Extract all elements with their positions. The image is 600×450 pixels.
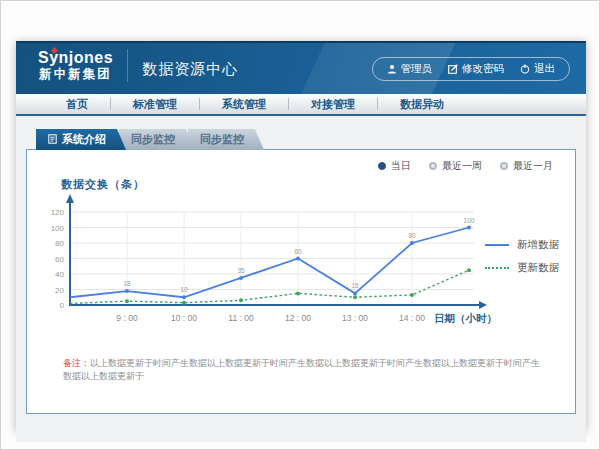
tab-bar: 系统介绍 同步监控 同步监控 xyxy=(36,129,586,150)
footnote: 备注：以上数据更新于时间产生数据以上数据更新于时间产生数据以上数据更新于时间产生… xyxy=(63,357,543,383)
page-title: 数据资源中心 xyxy=(142,60,238,79)
svg-text:11 : 00: 11 : 00 xyxy=(228,313,254,323)
radio-unselected-icon xyxy=(500,162,508,170)
change-password-button[interactable]: 修改密码 xyxy=(448,62,504,76)
content-area: 系统介绍 同步监控 同步监控 当日 最近一周 xyxy=(16,129,586,442)
svg-text:15: 15 xyxy=(351,282,359,289)
legend-item-new-data: 新增数据 xyxy=(485,238,559,252)
main-nav: 首页 标准管理 系统管理 对接管理 数据异动 xyxy=(16,94,586,116)
nav-item-standard-mgmt[interactable]: 标准管理 xyxy=(111,97,199,112)
filter-today[interactable]: 当日 xyxy=(378,159,411,173)
line-chart: 0204060801001209 : 0010 : 0011 : 0012 : … xyxy=(27,182,547,334)
user-icon xyxy=(387,64,397,74)
footnote-prefix: 备注： xyxy=(63,358,90,368)
current-user-button[interactable]: 管理员 xyxy=(387,62,433,76)
tab-label: 同步监控 xyxy=(200,132,244,147)
svg-text:日期（小时）: 日期（小时） xyxy=(434,312,497,325)
radio-selected-icon xyxy=(378,162,386,170)
legend-label: 新增数据 xyxy=(517,238,559,252)
time-range-filters: 当日 最近一周 最近一月 xyxy=(378,159,553,173)
tab-sync-monitor-2[interactable]: 同步监控 xyxy=(188,129,264,150)
series-legend: 新增数据 更新数据 xyxy=(485,238,559,275)
change-password-label: 修改密码 xyxy=(462,62,504,76)
svg-text:10: 10 xyxy=(180,286,188,293)
tab-label: 同步监控 xyxy=(131,132,175,147)
company-logo: Synjones 新中新集团 xyxy=(38,49,128,82)
nav-item-data-change[interactable]: 数据异动 xyxy=(378,97,466,112)
legend-line-solid-icon xyxy=(485,244,509,246)
svg-text:120: 120 xyxy=(51,208,65,217)
brand-block: Synjones 新中新集团 数据资源中心 xyxy=(38,49,238,82)
legend-line-dotted-icon xyxy=(485,267,509,269)
app-header: Synjones 新中新集团 数据资源中心 管理员 修改密码 xyxy=(16,41,586,94)
svg-text:60: 60 xyxy=(55,255,64,264)
svg-text:14 : 00: 14 : 00 xyxy=(399,313,425,323)
logout-button[interactable]: 退出 xyxy=(520,62,555,76)
svg-text:18: 18 xyxy=(123,280,131,287)
nav-item-home[interactable]: 首页 xyxy=(44,97,110,112)
svg-text:40: 40 xyxy=(55,270,64,279)
svg-text:0: 0 xyxy=(60,301,65,310)
nav-item-interface-mgmt[interactable]: 对接管理 xyxy=(289,97,377,112)
app-window: Synjones 新中新集团 数据资源中心 管理员 修改密码 xyxy=(16,41,586,431)
svg-text:9 : 00: 9 : 00 xyxy=(116,313,138,323)
filter-label: 当日 xyxy=(391,159,411,173)
power-icon xyxy=(520,64,530,74)
user-bar: 管理员 修改密码 退出 xyxy=(372,57,571,81)
svg-text:80: 80 xyxy=(55,239,64,248)
logo-subtitle: 新中新集团 xyxy=(38,67,113,82)
svg-text:13 : 00: 13 : 00 xyxy=(342,313,368,323)
legend-item-updated-data: 更新数据 xyxy=(485,261,559,275)
edit-icon xyxy=(448,64,458,74)
svg-text:60: 60 xyxy=(294,248,302,255)
filter-label: 最近一月 xyxy=(513,159,553,173)
tab-label: 系统介绍 xyxy=(62,132,106,147)
logout-label: 退出 xyxy=(534,62,555,76)
legend-label: 更新数据 xyxy=(517,261,559,275)
footnote-text: 以上数据更新于时间产生数据以上数据更新于时间产生数据以上数据更新于时间产生数据以… xyxy=(63,358,540,381)
svg-text:10 : 00: 10 : 00 xyxy=(171,313,197,323)
tab-sync-monitor-1[interactable]: 同步监控 xyxy=(119,129,195,150)
filter-last-month[interactable]: 最近一月 xyxy=(500,159,553,173)
svg-text:12 : 00: 12 : 00 xyxy=(285,313,311,323)
username-label: 管理员 xyxy=(401,62,433,76)
radio-unselected-icon xyxy=(429,162,437,170)
svg-text:20: 20 xyxy=(55,286,64,295)
nav-item-system-mgmt[interactable]: 系统管理 xyxy=(200,97,288,112)
tab-system-intro[interactable]: 系统介绍 xyxy=(36,129,126,150)
chart-panel: 当日 最近一周 最近一月 数据交换（条） 0204060801001209 : … xyxy=(26,149,576,414)
document-icon xyxy=(48,134,57,146)
svg-text:100: 100 xyxy=(464,217,475,224)
svg-text:35: 35 xyxy=(237,267,245,274)
svg-text:80: 80 xyxy=(408,232,416,239)
filter-label: 最近一周 xyxy=(442,159,482,173)
filter-last-week[interactable]: 最近一周 xyxy=(429,159,482,173)
page-frame: Synjones 新中新集团 数据资源中心 管理员 修改密码 xyxy=(0,0,600,450)
logo-text: Synjones xyxy=(38,49,113,67)
svg-text:100: 100 xyxy=(51,224,65,233)
